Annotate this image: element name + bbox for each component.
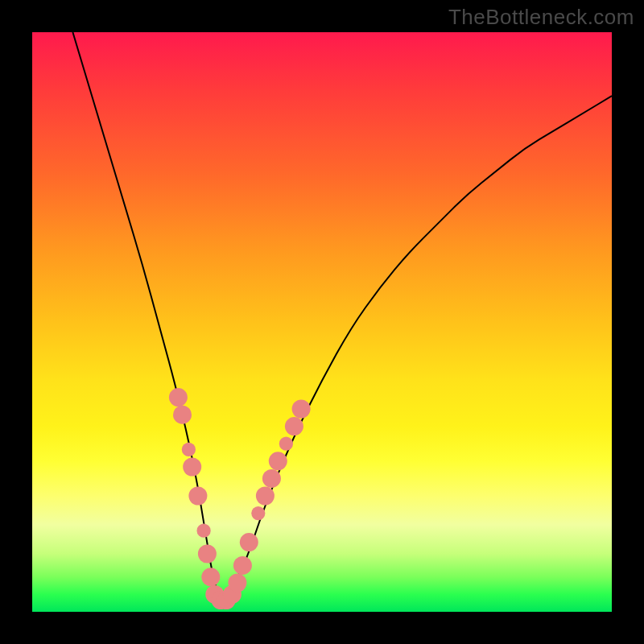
data-marker <box>182 443 196 456</box>
data-marker <box>256 487 275 506</box>
chart-frame: TheBottleneck.com <box>0 0 644 644</box>
data-marker <box>279 437 293 451</box>
data-marker <box>292 400 311 419</box>
data-marker <box>169 388 188 407</box>
data-marker <box>201 568 220 586</box>
data-marker <box>183 458 201 477</box>
data-marker <box>269 452 287 470</box>
data-marker <box>173 406 192 424</box>
bottleneck-curve <box>72 32 612 594</box>
data-marker <box>240 533 258 551</box>
data-marker <box>251 506 265 520</box>
data-marker <box>197 524 211 538</box>
data-marker <box>262 469 281 488</box>
marker-group <box>169 388 311 609</box>
data-marker <box>285 417 303 436</box>
data-marker <box>198 545 217 564</box>
plot-area <box>32 32 612 612</box>
curve-svg <box>32 32 612 612</box>
data-marker <box>228 574 246 592</box>
data-marker <box>233 556 252 575</box>
watermark-text: TheBottleneck.com <box>448 5 634 30</box>
data-marker <box>188 487 207 506</box>
